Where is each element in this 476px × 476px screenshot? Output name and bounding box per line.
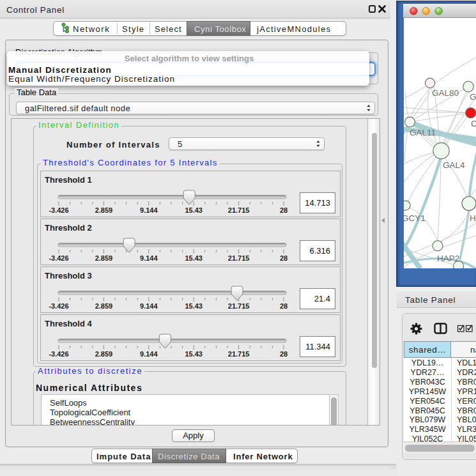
svg-text:CYC1: CYC1 <box>471 119 476 128</box>
svg-text:HAP1: HAP1 <box>470 213 476 223</box>
svg-text:GAL80: GAL80 <box>432 88 459 98</box>
svg-text:GAL11: GAL11 <box>410 128 436 137</box>
svg-text:GAL4: GAL4 <box>443 160 465 170</box>
svg-text:HAP2: HAP2 <box>437 254 459 263</box>
svg-text:GAL2: GAL2 <box>470 92 476 102</box>
svg-text:GCY1: GCY1 <box>404 213 426 223</box>
